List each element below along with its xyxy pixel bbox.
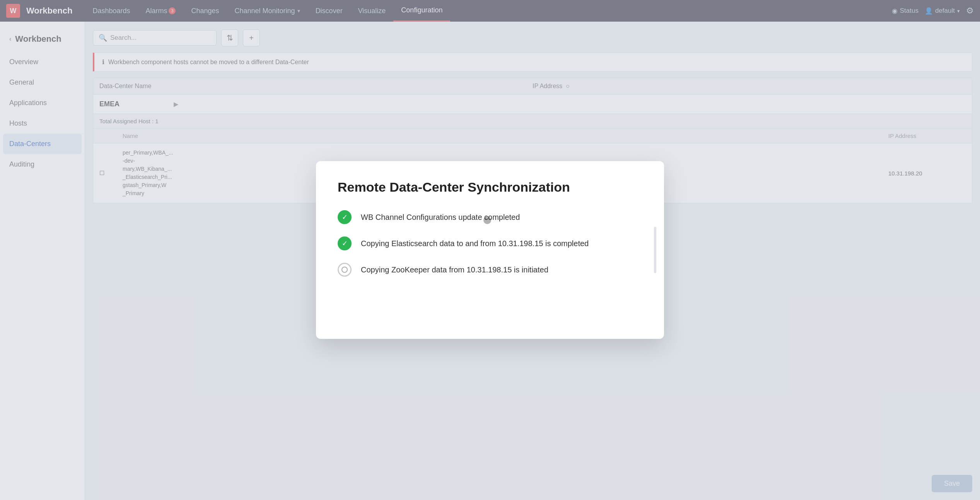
sync-items-list: ✓ WB Channel Configurations update compl… [338, 210, 642, 277]
checkmark-icon: ✓ [342, 213, 348, 221]
sync-pending-icon-2 [338, 263, 352, 277]
sync-item-0: ✓ WB Channel Configurations update compl… [338, 210, 642, 224]
sync-modal: Remote Data-Center Synchronization ✓ WB … [316, 161, 664, 339]
sync-complete-icon-1: ✓ [338, 236, 352, 250]
checkmark-icon-1: ✓ [342, 239, 348, 248]
sync-item-text-2: Copying ZooKeeper data from 10.31.198.15… [361, 265, 548, 274]
sync-item-2: Copying ZooKeeper data from 10.31.198.15… [338, 263, 642, 277]
sync-item-1: ✓ Copying Elasticsearch data to and from… [338, 236, 642, 250]
modal-title: Remote Data-Center Synchronization [338, 180, 642, 195]
pending-circle [341, 267, 348, 273]
scroll-indicator [654, 227, 656, 273]
modal-overlay: Remote Data-Center Synchronization ✓ WB … [0, 0, 980, 500]
sync-item-text-0: WB Channel Configurations update complet… [361, 213, 520, 222]
sync-item-text-1: Copying Elasticsearch data to and from 1… [361, 239, 589, 248]
sync-complete-icon-0: ✓ [338, 210, 352, 224]
